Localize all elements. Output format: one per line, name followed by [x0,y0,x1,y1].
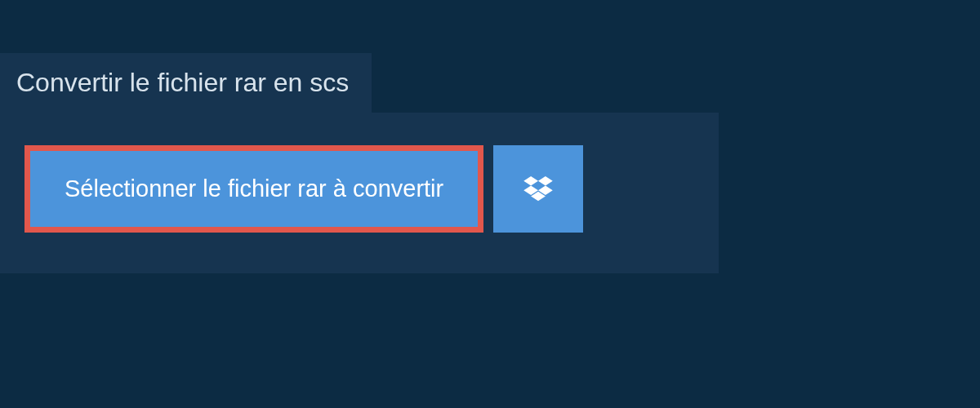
conversion-panel: Sélectionner le fichier rar à convertir [0,113,719,273]
tab-label: Convertir le fichier rar en scs [16,68,349,97]
tab-bar: Convertir le fichier rar en scs [0,0,980,113]
dropbox-button[interactable] [493,145,583,233]
tab-convert[interactable]: Convertir le fichier rar en scs [0,53,372,113]
select-file-button[interactable]: Sélectionner le fichier rar à convertir [24,145,483,233]
dropbox-icon [523,176,553,202]
button-row: Sélectionner le fichier rar à convertir [24,145,694,233]
select-file-label: Sélectionner le fichier rar à convertir [65,175,443,202]
